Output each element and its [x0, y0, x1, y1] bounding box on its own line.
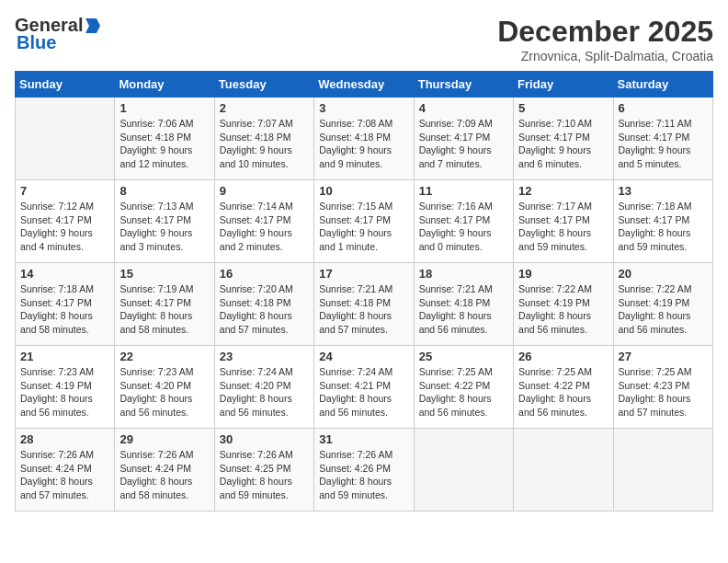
- calendar-cell: 19Sunrise: 7:22 AMSunset: 4:19 PMDayligh…: [514, 263, 613, 346]
- day-info: Sunrise: 7:23 AMSunset: 4:20 PMDaylight:…: [119, 365, 209, 419]
- day-number: 3: [319, 101, 408, 115]
- day-info: Sunrise: 7:24 AMSunset: 4:21 PMDaylight:…: [319, 365, 408, 419]
- calendar-cell: 15Sunrise: 7:19 AMSunset: 4:17 PMDayligh…: [115, 263, 214, 346]
- day-info: Sunrise: 7:18 AMSunset: 4:17 PMDaylight:…: [619, 200, 708, 254]
- calendar-cell: 23Sunrise: 7:24 AMSunset: 4:20 PMDayligh…: [214, 346, 313, 429]
- calendar-header-row: SundayMondayTuesdayWednesdayThursdayFrid…: [16, 72, 713, 98]
- day-info: Sunrise: 7:08 AMSunset: 4:18 PMDaylight:…: [319, 117, 408, 171]
- header-thursday: Thursday: [414, 72, 513, 98]
- day-number: 24: [319, 350, 408, 363]
- header-sunday: Sunday: [16, 72, 115, 98]
- day-number: 15: [119, 267, 209, 281]
- day-info: Sunrise: 7:21 AMSunset: 4:18 PMDaylight:…: [319, 282, 408, 337]
- header-wednesday: Wednesday: [314, 72, 414, 98]
- calendar-cell: 17Sunrise: 7:21 AMSunset: 4:18 PMDayligh…: [314, 263, 414, 346]
- day-info: Sunrise: 7:26 AMSunset: 4:24 PMDaylight:…: [119, 448, 209, 502]
- calendar-week-row: 1Sunrise: 7:06 AMSunset: 4:18 PMDaylight…: [16, 98, 713, 180]
- calendar-cell: 11Sunrise: 7:16 AMSunset: 4:17 PMDayligh…: [414, 180, 513, 263]
- day-number: 29: [119, 432, 209, 446]
- calendar-cell: 7Sunrise: 7:12 AMSunset: 4:17 PMDaylight…: [16, 180, 115, 263]
- calendar-cell: 8Sunrise: 7:13 AMSunset: 4:17 PMDaylight…: [115, 180, 214, 263]
- calendar-cell: 3Sunrise: 7:08 AMSunset: 4:18 PMDaylight…: [314, 98, 414, 180]
- day-info: Sunrise: 7:26 AMSunset: 4:26 PMDaylight:…: [319, 448, 408, 502]
- day-number: 21: [20, 350, 109, 363]
- calendar-cell: 13Sunrise: 7:18 AMSunset: 4:17 PMDayligh…: [613, 180, 712, 263]
- calendar-cell: 20Sunrise: 7:22 AMSunset: 4:19 PMDayligh…: [613, 263, 712, 346]
- day-info: Sunrise: 7:22 AMSunset: 4:19 PMDaylight:…: [619, 282, 708, 337]
- calendar-cell: 18Sunrise: 7:21 AMSunset: 4:18 PMDayligh…: [414, 263, 513, 346]
- day-info: Sunrise: 7:19 AMSunset: 4:17 PMDaylight:…: [119, 282, 209, 337]
- day-info: Sunrise: 7:10 AMSunset: 4:17 PMDaylight:…: [518, 117, 608, 171]
- day-info: Sunrise: 7:17 AMSunset: 4:17 PMDaylight:…: [518, 200, 608, 254]
- day-number: 19: [518, 267, 608, 281]
- calendar-cell: 31Sunrise: 7:26 AMSunset: 4:26 PMDayligh…: [314, 429, 414, 511]
- day-info: Sunrise: 7:16 AMSunset: 4:17 PMDaylight:…: [419, 200, 508, 254]
- calendar-cell: 6Sunrise: 7:11 AMSunset: 4:17 PMDaylight…: [613, 98, 712, 180]
- header-saturday: Saturday: [613, 72, 712, 98]
- day-number: 16: [220, 267, 309, 281]
- calendar-cell: 9Sunrise: 7:14 AMSunset: 4:17 PMDaylight…: [214, 180, 313, 263]
- day-info: Sunrise: 7:25 AMSunset: 4:22 PMDaylight:…: [419, 365, 508, 419]
- day-number: 7: [20, 184, 109, 198]
- day-info: Sunrise: 7:07 AMSunset: 4:18 PMDaylight:…: [220, 117, 309, 171]
- calendar-cell: 16Sunrise: 7:20 AMSunset: 4:18 PMDayligh…: [214, 263, 313, 346]
- day-info: Sunrise: 7:26 AMSunset: 4:25 PMDaylight:…: [220, 448, 309, 502]
- day-number: 2: [220, 101, 309, 115]
- day-info: Sunrise: 7:15 AMSunset: 4:17 PMDaylight:…: [319, 200, 408, 254]
- day-number: 10: [319, 184, 408, 198]
- day-number: 17: [319, 267, 408, 281]
- day-number: 13: [619, 184, 708, 198]
- day-number: 14: [20, 267, 109, 281]
- calendar-cell: 10Sunrise: 7:15 AMSunset: 4:17 PMDayligh…: [314, 180, 414, 263]
- calendar-cell: 1Sunrise: 7:06 AMSunset: 4:18 PMDaylight…: [115, 98, 214, 180]
- calendar-cell: 27Sunrise: 7:25 AMSunset: 4:23 PMDayligh…: [613, 346, 712, 429]
- day-number: 11: [419, 184, 508, 198]
- day-info: Sunrise: 7:22 AMSunset: 4:19 PMDaylight:…: [518, 282, 608, 337]
- day-number: 18: [419, 267, 508, 281]
- calendar-week-row: 14Sunrise: 7:18 AMSunset: 4:17 PMDayligh…: [16, 263, 713, 346]
- calendar-cell: 12Sunrise: 7:17 AMSunset: 4:17 PMDayligh…: [514, 180, 613, 263]
- day-info: Sunrise: 7:24 AMSunset: 4:20 PMDaylight:…: [220, 365, 309, 419]
- day-number: 30: [220, 432, 309, 446]
- day-info: Sunrise: 7:21 AMSunset: 4:18 PMDaylight:…: [419, 282, 508, 337]
- day-number: 23: [220, 350, 309, 363]
- title-section: December 2025 Zrnovnica, Split-Dalmatia,…: [497, 15, 713, 63]
- day-info: Sunrise: 7:18 AMSunset: 4:17 PMDaylight:…: [20, 282, 109, 337]
- day-info: Sunrise: 7:12 AMSunset: 4:17 PMDaylight:…: [20, 200, 109, 254]
- day-number: 27: [619, 350, 708, 363]
- day-info: Sunrise: 7:23 AMSunset: 4:19 PMDaylight:…: [20, 365, 109, 419]
- header-tuesday: Tuesday: [214, 72, 313, 98]
- calendar-week-row: 21Sunrise: 7:23 AMSunset: 4:19 PMDayligh…: [16, 346, 713, 429]
- calendar-cell: 5Sunrise: 7:10 AMSunset: 4:17 PMDaylight…: [514, 98, 613, 180]
- day-number: 6: [619, 101, 708, 115]
- logo-blue: Blue: [17, 32, 56, 53]
- day-info: Sunrise: 7:09 AMSunset: 4:17 PMDaylight:…: [419, 117, 508, 171]
- day-info: Sunrise: 7:26 AMSunset: 4:24 PMDaylight:…: [20, 448, 109, 502]
- day-number: 12: [518, 184, 608, 198]
- header-friday: Friday: [514, 72, 613, 98]
- day-number: 31: [319, 432, 408, 446]
- day-info: Sunrise: 7:14 AMSunset: 4:17 PMDaylight:…: [220, 200, 309, 254]
- page-header: General Blue December 2025 Zrnovnica, Sp…: [15, 15, 713, 63]
- calendar-cell: 21Sunrise: 7:23 AMSunset: 4:19 PMDayligh…: [16, 346, 115, 429]
- day-number: 25: [419, 350, 508, 363]
- day-number: 1: [119, 101, 209, 115]
- svg-marker-0: [85, 18, 100, 33]
- calendar-week-row: 28Sunrise: 7:26 AMSunset: 4:24 PMDayligh…: [16, 429, 713, 511]
- day-number: 26: [518, 350, 608, 363]
- calendar-cell: 25Sunrise: 7:25 AMSunset: 4:22 PMDayligh…: [414, 346, 513, 429]
- day-number: 28: [20, 432, 109, 446]
- calendar-cell: 2Sunrise: 7:07 AMSunset: 4:18 PMDaylight…: [214, 98, 313, 180]
- month-title: December 2025: [497, 15, 713, 49]
- day-number: 8: [119, 184, 209, 198]
- calendar-cell: 4Sunrise: 7:09 AMSunset: 4:17 PMDaylight…: [414, 98, 513, 180]
- calendar-week-row: 7Sunrise: 7:12 AMSunset: 4:17 PMDaylight…: [16, 180, 713, 263]
- day-number: 22: [119, 350, 209, 363]
- logo-icon: [84, 17, 102, 35]
- day-info: Sunrise: 7:25 AMSunset: 4:23 PMDaylight:…: [619, 365, 708, 419]
- day-number: 20: [619, 267, 708, 281]
- day-number: 5: [518, 101, 608, 115]
- calendar-cell: [613, 429, 712, 511]
- calendar-table: SundayMondayTuesdayWednesdayThursdayFrid…: [15, 71, 713, 511]
- day-info: Sunrise: 7:25 AMSunset: 4:22 PMDaylight:…: [518, 365, 608, 419]
